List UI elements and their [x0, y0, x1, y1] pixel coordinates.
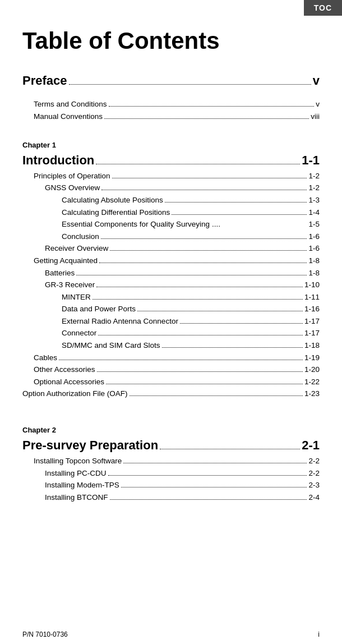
dots [97, 371, 303, 372]
part-number: P/N 7010-0736 [22, 631, 68, 638]
page-ref: v [316, 98, 320, 111]
entry-label: Receiver Overview [45, 242, 108, 255]
toc-entry: Receiver Overview1-6 [22, 242, 320, 255]
dots [99, 263, 307, 263]
entry-label: Other Accessories [34, 364, 95, 376]
page-ref: 1-6 [308, 231, 320, 243]
dots [123, 463, 307, 463]
page-ref: v [313, 71, 320, 90]
toc-entry: Essential Components for Quality Surveyi… [22, 218, 320, 231]
dots [162, 347, 303, 348]
toc-entry: Option Authorization File (OAF)1-23 [22, 388, 320, 400]
page-ref: 1-8 [308, 255, 320, 267]
dots [101, 238, 307, 239]
chapter-title-label: Introduction [22, 150, 94, 170]
entry-label: GNSS Overview [45, 182, 100, 194]
dots [180, 323, 303, 324]
dots [96, 287, 303, 287]
toc-entry: MINTER1-11 [22, 291, 320, 303]
entry-label: Terms and Conditions [34, 98, 107, 111]
entry-label: Manual Conventions [34, 111, 103, 123]
page-ref: 1-11 [304, 291, 320, 303]
dots [109, 106, 315, 107]
toc-entry: GNSS Overview1-2 [22, 182, 320, 194]
toc-entry: Principles of Operation1-2 [22, 170, 320, 182]
chapter-title-entry: Introduction1-1 [22, 150, 320, 170]
footer: P/N 7010-0736 i [0, 631, 342, 638]
entry-label: Optional Accessories [34, 376, 104, 388]
page-ref: 1-3 [308, 194, 320, 206]
chapter-title-entry: Pre-survey Preparation2-1 [22, 435, 320, 455]
entry-label: Installing BTCONF [45, 491, 108, 504]
entry-label: GR-3 Receiver [45, 279, 95, 291]
page-ref: 1-19 [304, 352, 320, 364]
entry-label: Cables [34, 352, 57, 364]
toc-entry: GR-3 Receiver1-10 [22, 279, 320, 291]
toc-entry: Optional Accessories1-22 [22, 376, 320, 388]
chapter-label: Chapter 2 [22, 426, 320, 434]
page-ref: 1-4 [308, 206, 320, 219]
toc-entry: Cables1-19 [22, 352, 320, 364]
chapter-title-label: Pre-survey Preparation [22, 435, 158, 455]
toc-entry: Calculating Differential Positions1-4 [22, 206, 320, 219]
toc-entry: Batteries1-8 [22, 267, 320, 279]
dots [137, 311, 303, 311]
page-ref: 1-1 [302, 150, 320, 170]
entry-label: Calculating Differential Positions [62, 206, 170, 219]
dots [96, 164, 300, 164]
toc-entry: SD/MMC and SIM Card Slots1-18 [22, 339, 320, 352]
dots [172, 214, 307, 215]
dots [108, 475, 307, 476]
entry-label: Essential Components for Quality Surveyi… [62, 218, 220, 231]
entry-label: Installing PC-CDU [45, 467, 107, 480]
dots [110, 499, 307, 500]
page-ref: 2-1 [302, 435, 320, 455]
entry-label: Installing Topcon Software [34, 455, 122, 467]
entry-label: Conclusion [62, 231, 99, 243]
page-ref: 1-22 [304, 376, 320, 388]
page-ref: 1-20 [304, 364, 320, 376]
page-ref: 2-4 [308, 491, 320, 504]
dots [76, 275, 307, 275]
page-ref: 1-6 [308, 242, 320, 255]
page-ref: 2-2 [308, 455, 320, 467]
toc-entry: Getting Acquainted1-8 [22, 255, 320, 267]
toc-section: PrefacevTerms and ConditionsvManual Conv… [22, 71, 320, 503]
page-ref: 1-17 [304, 315, 320, 328]
chapter-label: Chapter 1 [22, 141, 320, 149]
entry-label: Installing Modem-TPS [45, 479, 119, 491]
entry-label: Getting Acquainted [34, 255, 98, 267]
toc-tab: TOC [304, 0, 342, 16]
toc-entry: Data and Power Ports1-16 [22, 303, 320, 315]
entry-label: Connector [62, 327, 96, 339]
entry-label: Data and Power Ports [62, 303, 136, 315]
toc-entry: Calculating Absolute Positions1-3 [22, 194, 320, 206]
page-ref: 1-23 [304, 388, 320, 400]
dots [59, 360, 303, 360]
toc-entry: Installing BTCONF2-4 [22, 491, 320, 504]
page-content: Table of Contents PrefacevTerms and Cond… [0, 0, 342, 526]
dots [130, 395, 303, 396]
page-ref: 1-5 [308, 218, 320, 231]
dots [101, 190, 307, 190]
entry-label: SD/MMC and SIM Card Slots [62, 339, 160, 352]
toc-entry: Conclusion1-6 [22, 231, 320, 243]
dots [160, 449, 300, 449]
dots [110, 250, 307, 251]
page-ref: 1-8 [308, 267, 320, 279]
dots [69, 84, 311, 85]
page-title: Table of Contents [22, 28, 320, 54]
toc-entry: Terms and Conditionsv [22, 98, 320, 111]
page-ref: 1-17 [304, 327, 320, 339]
entry-label: MINTER [62, 291, 91, 303]
toc-entry: Installing PC-CDU2-2 [22, 467, 320, 480]
page-ref: 2-3 [308, 479, 320, 491]
entry-label: Calculating Absolute Positions [62, 194, 163, 206]
dots [121, 487, 307, 487]
page-number: i [318, 631, 320, 638]
dots [98, 335, 303, 335]
page-ref: 1-18 [304, 339, 320, 352]
toc-entry: Connector1-17 [22, 327, 320, 339]
toc-entry: Installing Topcon Software2-2 [22, 455, 320, 467]
page-ref: 2-2 [308, 467, 320, 480]
